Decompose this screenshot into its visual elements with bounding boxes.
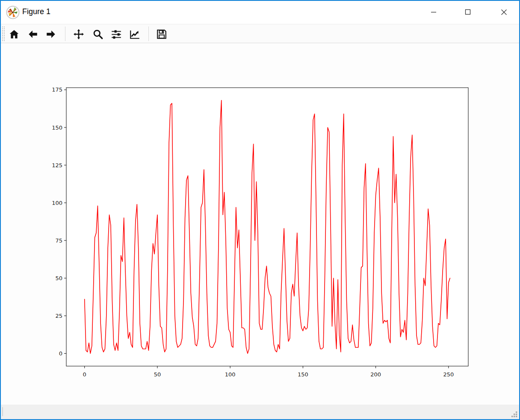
save-floppy-icon	[156, 29, 167, 40]
home-button[interactable]	[6, 27, 22, 42]
plot-area	[66, 88, 468, 366]
edit-parameters-button[interactable]	[127, 27, 142, 42]
y-tick-label: 75	[55, 237, 62, 244]
x-tick-label: 200	[370, 371, 381, 378]
window-title: Figure 1	[22, 7, 50, 16]
toolbar-separator	[148, 27, 149, 41]
close-icon	[501, 9, 507, 15]
line-chart-icon	[129, 29, 140, 40]
magnifier-icon	[92, 29, 103, 40]
y-tick-label: 50	[55, 275, 62, 281]
axes-plot: 0501001502002500255075100125150175	[1, 44, 519, 406]
x-tick-label: 150	[298, 371, 308, 378]
sliders-icon	[111, 29, 122, 40]
resize-grip-icon[interactable]	[511, 411, 518, 418]
forward-arrow-icon	[45, 29, 56, 40]
pan-move-icon	[73, 29, 84, 40]
toolbar-grip-handle[interactable]	[2, 26, 5, 41]
statusbar-grip	[2, 407, 3, 416]
y-tick-label: 150	[52, 124, 62, 131]
minimize-icon	[431, 9, 437, 15]
navigation-toolbar	[1, 24, 519, 43]
maximize-icon	[465, 9, 471, 15]
y-tick-label: 0	[59, 350, 62, 357]
y-tick-label: 100	[52, 200, 62, 206]
minimize-button[interactable]	[420, 1, 447, 23]
forward-button[interactable]	[43, 27, 59, 42]
figure-window: Figure 1	[0, 0, 520, 420]
figure-canvas[interactable]: 0501001502002500255075100125150175	[1, 44, 519, 406]
close-button[interactable]	[490, 1, 517, 23]
zoom-rect-button[interactable]	[90, 27, 106, 42]
matplotlib-logo-icon	[6, 6, 20, 19]
toolbar-separator	[65, 27, 65, 41]
back-button[interactable]	[25, 27, 41, 42]
statusbar	[1, 405, 519, 419]
x-tick-label: 0	[83, 371, 86, 378]
y-tick-label: 175	[52, 86, 62, 93]
y-tick-label: 125	[52, 162, 62, 169]
configure-subplots-button[interactable]	[109, 27, 124, 42]
x-tick-label: 250	[443, 371, 454, 378]
titlebar[interactable]: Figure 1	[1, 1, 519, 24]
y-tick-label: 25	[55, 313, 62, 319]
save-button[interactable]	[154, 27, 169, 42]
maximize-button[interactable]	[454, 1, 482, 23]
pan-button[interactable]	[71, 27, 86, 42]
x-tick-label: 100	[225, 371, 236, 378]
back-arrow-icon	[27, 29, 38, 40]
x-tick-label: 50	[154, 371, 161, 378]
home-icon	[9, 29, 20, 40]
